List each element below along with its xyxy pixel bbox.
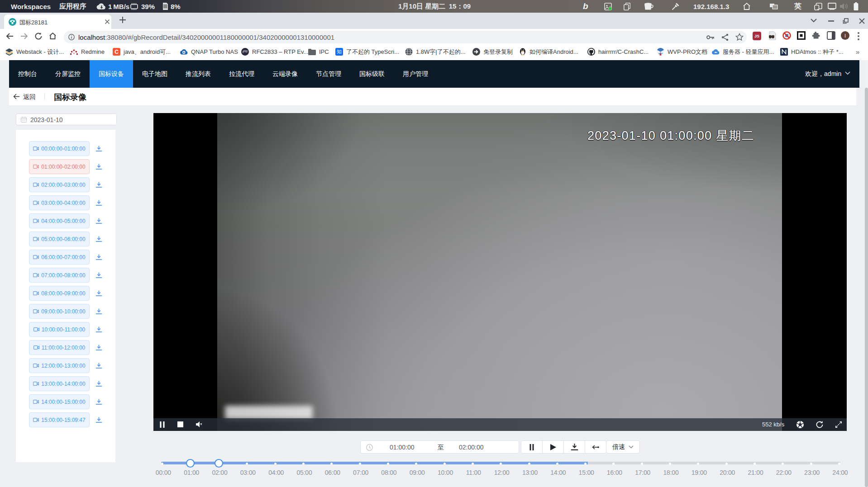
svg-text:WVP: WVP <box>658 52 663 55</box>
